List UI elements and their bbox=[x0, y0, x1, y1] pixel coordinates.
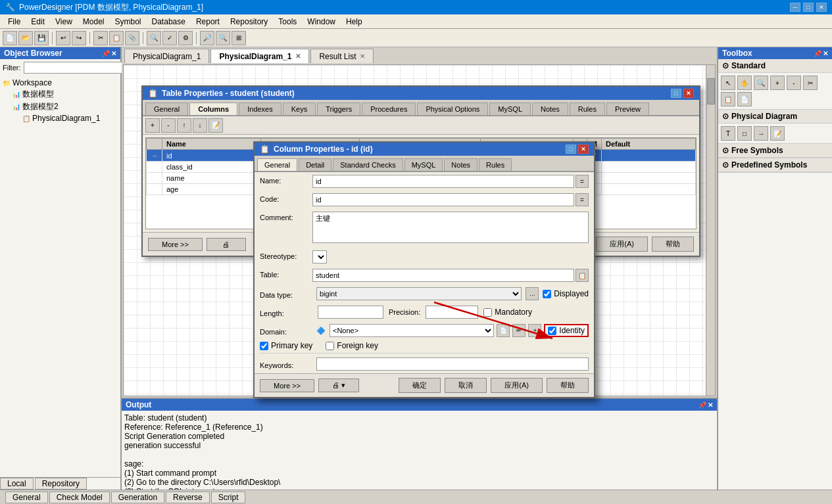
status-general-tab[interactable]: General bbox=[5, 492, 48, 503]
check-btn[interactable]: ✓ bbox=[162, 31, 177, 45]
table-dialog-close[interactable]: ✕ bbox=[683, 89, 694, 98]
undo-btn[interactable]: ↩ bbox=[56, 31, 70, 45]
tab-physdiag1[interactable]: PhysicalDiagram_1 bbox=[124, 49, 209, 63]
col-tab-general[interactable]: General bbox=[257, 158, 297, 171]
tab-mysql[interactable]: MySQL bbox=[489, 103, 531, 115]
tree-workspace[interactable]: 📁 Workspace bbox=[1, 78, 119, 88]
gen-btn[interactable]: ⚙ bbox=[178, 31, 193, 45]
displayed-checkbox[interactable] bbox=[543, 290, 551, 298]
ref-tool[interactable]: → bbox=[754, 126, 768, 141]
paste-tool[interactable]: 📄 bbox=[737, 92, 752, 106]
tab-close-icon[interactable]: ✕ bbox=[295, 53, 301, 60]
output-pin-icon[interactable]: 📌 bbox=[698, 401, 706, 409]
table-input[interactable] bbox=[312, 269, 574, 282]
toolbox-close-icon[interactable]: ✕ bbox=[823, 50, 828, 57]
table-apply-btn[interactable]: 应用(A) bbox=[596, 237, 648, 252]
toolbox-standard-header[interactable]: ⊙ Standard bbox=[718, 59, 832, 73]
datatype-browse-btn[interactable]: … bbox=[526, 287, 539, 300]
col-tab-notes[interactable]: Notes bbox=[444, 158, 477, 171]
toolbox-pin-icon[interactable]: 📌 bbox=[814, 50, 821, 57]
tab-procedures[interactable]: Procedures bbox=[362, 103, 416, 115]
zoom-tool[interactable]: 🔍 bbox=[754, 76, 768, 90]
tab-result-list[interactable]: Result List ✕ bbox=[310, 49, 374, 63]
col-ok-btn[interactable]: 确定 bbox=[399, 378, 441, 393]
open-btn[interactable]: 📂 bbox=[18, 31, 33, 45]
panel-close-icon[interactable]: ✕ bbox=[111, 50, 116, 57]
foreign-key-checkbox[interactable] bbox=[326, 342, 334, 350]
menu-edit[interactable]: Edit bbox=[26, 16, 50, 28]
add-col-btn[interactable]: + bbox=[145, 118, 160, 133]
tab-notes[interactable]: Notes bbox=[532, 103, 568, 115]
col-cancel-btn[interactable]: 取消 bbox=[445, 378, 487, 393]
hand-tool[interactable]: ✋ bbox=[737, 76, 752, 90]
tab-indexes[interactable]: Indexes bbox=[239, 103, 281, 115]
zoom-in-btn[interactable]: 🔎 bbox=[200, 31, 214, 45]
col-help-btn[interactable]: 帮助 bbox=[547, 378, 589, 393]
domain-new-btn[interactable]: + bbox=[528, 324, 541, 337]
menu-database[interactable]: Database bbox=[147, 16, 191, 28]
redo-btn[interactable]: ↪ bbox=[72, 31, 86, 45]
copy-btn[interactable]: 📋 bbox=[109, 31, 124, 45]
tab-keys[interactable]: Keys bbox=[283, 103, 316, 115]
col-tab-std-checks[interactable]: Standard Checks bbox=[333, 158, 403, 171]
filter-input[interactable] bbox=[24, 62, 126, 74]
cut-btn[interactable]: ✂ bbox=[93, 31, 108, 45]
copy-tool[interactable]: 📋 bbox=[721, 92, 735, 106]
tab-physdiag1-active[interactable]: PhysicalDiagram_1 ✕ bbox=[210, 49, 309, 63]
close-btn[interactable]: ✕ bbox=[816, 3, 827, 12]
save-btn[interactable]: 💾 bbox=[34, 31, 49, 45]
menu-view[interactable]: View bbox=[50, 16, 78, 28]
local-tab[interactable]: Local bbox=[0, 478, 34, 490]
cut-tool[interactable]: ✂ bbox=[803, 76, 818, 90]
mandatory-checkbox[interactable] bbox=[483, 308, 492, 317]
identity-checkbox[interactable] bbox=[548, 327, 556, 335]
col-tab-detail[interactable]: Detail bbox=[299, 158, 331, 171]
domain-select[interactable]: <None> bbox=[330, 324, 494, 337]
menu-window[interactable]: Window bbox=[302, 16, 341, 28]
status-generation-tab[interactable]: Generation bbox=[111, 492, 164, 503]
new-btn[interactable]: 📄 bbox=[3, 31, 17, 45]
menu-model[interactable]: Model bbox=[78, 16, 110, 28]
tab-triggers[interactable]: Triggers bbox=[317, 103, 360, 115]
domain-edit-btn[interactable]: ✏ bbox=[512, 324, 526, 337]
tab-physical-options[interactable]: Physical Options bbox=[417, 103, 488, 115]
toolbox-physdiag-header[interactable]: ⊙ Physical Diagram bbox=[718, 110, 832, 124]
repository-tab[interactable]: Repository bbox=[35, 478, 87, 490]
tree-model2[interactable]: 📊 数据模型2 bbox=[1, 101, 119, 113]
vscroll-thumb[interactable] bbox=[707, 78, 715, 104]
col-tab-mysql[interactable]: MySQL bbox=[404, 158, 443, 171]
status-script-tab[interactable]: Script bbox=[211, 492, 246, 503]
paste-btn[interactable]: 📎 bbox=[125, 31, 139, 45]
precision-input[interactable] bbox=[426, 306, 478, 319]
table-browse-btn[interactable]: 📋 bbox=[575, 269, 589, 282]
down-col-btn[interactable]: ↓ bbox=[193, 118, 207, 133]
col-more-btn[interactable]: More >> bbox=[260, 379, 314, 392]
status-checkmodel-tab[interactable]: Check Model bbox=[49, 492, 110, 503]
menu-tools[interactable]: Tools bbox=[273, 16, 302, 28]
view-tool[interactable]: □ bbox=[737, 126, 752, 141]
comment-textarea[interactable]: 主键 bbox=[312, 212, 589, 243]
menu-symbol[interactable]: Symbol bbox=[110, 16, 147, 28]
status-reverse-tab[interactable]: Reverse bbox=[166, 492, 210, 503]
name-input[interactable] bbox=[312, 175, 574, 188]
zoomout-tool[interactable]: - bbox=[787, 76, 801, 90]
tree-diagram1[interactable]: 📋 PhysicalDiagram_1 bbox=[1, 113, 119, 124]
tab-preview[interactable]: Preview bbox=[606, 103, 649, 115]
menu-repository[interactable]: Repository bbox=[225, 16, 273, 28]
maximize-btn[interactable]: □ bbox=[803, 3, 814, 12]
menu-file[interactable]: File bbox=[3, 16, 26, 28]
code-input[interactable] bbox=[312, 193, 574, 206]
table-help-btn[interactable]: 帮助 bbox=[652, 237, 694, 252]
toolbox-freesym-header[interactable]: ⊙ Free Symbols bbox=[718, 144, 832, 158]
tab-result-close-icon[interactable]: ✕ bbox=[360, 53, 365, 60]
col-print-btn[interactable]: 🖨 ▾ bbox=[318, 378, 359, 392]
stereotype-select[interactable] bbox=[312, 250, 327, 263]
col-dialog-close[interactable]: ✕ bbox=[578, 145, 589, 154]
primary-key-checkbox[interactable] bbox=[260, 342, 268, 350]
menu-report[interactable]: Report bbox=[191, 16, 225, 28]
name-expand-btn[interactable]: = bbox=[575, 175, 589, 188]
domain-browse-btn[interactable]: 📄 bbox=[497, 324, 510, 337]
select-tool[interactable]: ↖ bbox=[721, 76, 735, 90]
table-print-btn[interactable]: 🖨 bbox=[207, 238, 246, 251]
find-btn[interactable]: 🔍 bbox=[147, 31, 161, 45]
